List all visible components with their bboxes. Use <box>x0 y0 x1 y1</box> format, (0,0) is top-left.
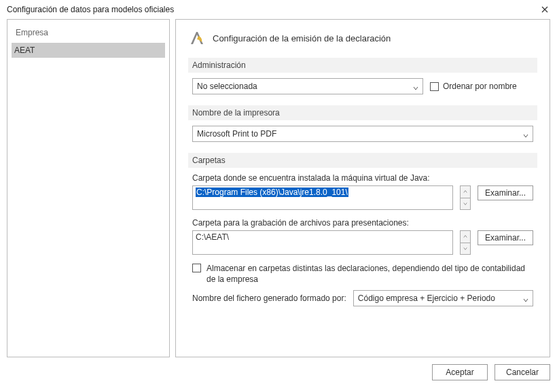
company-list-panel: Empresa AEAT <box>7 19 170 357</box>
java-path-value: C:\Program Files (x86)\Java\jre1.8.0_101… <box>196 188 348 197</box>
java-path-spinner[interactable] <box>460 185 471 210</box>
filename-label: Nombre del fichero generado formado por: <box>192 293 346 303</box>
filename-format-value: Código empresa + Ejercicio + Periodo <box>358 293 495 303</box>
order-by-name-label: Ordenar por nombre <box>443 82 517 91</box>
rec-path-input[interactable]: C:\AEAT\ <box>192 230 453 255</box>
spinner-down-icon[interactable] <box>460 243 471 255</box>
spinner-up-icon[interactable] <box>460 185 471 198</box>
checkbox-box-icon <box>192 264 201 272</box>
admin-select-value: No seleccionada <box>197 82 257 91</box>
rec-path-value: C:\AEAT\ <box>196 232 229 242</box>
java-folder-label: Carpeta donde se encuentra instalada la … <box>188 173 537 185</box>
spinner-down-icon[interactable] <box>460 198 471 211</box>
checkbox-box-icon <box>430 82 439 91</box>
dialog-footer: Aceptar Cancelar <box>0 357 557 387</box>
panel-heading: Configuración de la emisión de la declar… <box>213 33 391 43</box>
java-path-input[interactable]: C:\Program Files (x86)\Java\jre1.8.0_101… <box>192 185 453 210</box>
titlebar: Configuración de datos para modelos ofic… <box>0 0 557 19</box>
chevron-down-icon <box>413 84 418 89</box>
ok-button[interactable]: Aceptar <box>432 364 488 380</box>
group-label-folders: Carpetas <box>188 153 537 168</box>
rec-path-spinner[interactable] <box>460 230 471 255</box>
group-label-admin: Administración <box>188 58 537 73</box>
group-label-printer: Nombre de la impresora <box>188 105 537 120</box>
chevron-down-icon <box>523 131 528 137</box>
filename-format-select[interactable]: Código empresa + Ejercicio + Periodo <box>353 290 533 306</box>
printer-select-value: Microsoft Print to PDF <box>197 129 276 139</box>
company-column-header: Empresa <box>14 26 162 43</box>
rec-folder-label: Carpeta para la grabación de archivos pa… <box>188 218 537 230</box>
order-by-name-checkbox[interactable]: Ordenar por nombre <box>430 82 517 91</box>
admin-select[interactable]: No seleccionada <box>192 78 423 94</box>
java-browse-button[interactable]: Examinar... <box>478 185 533 200</box>
cancel-button[interactable]: Cancelar <box>495 364 550 380</box>
split-folders-checkbox[interactable]: Almacenar en carpetas distintas las decl… <box>188 263 537 290</box>
window-title: Configuración de datos para modelos ofic… <box>7 5 174 14</box>
config-panel: Configuración de la emisión de la declar… <box>175 19 550 357</box>
close-icon[interactable] <box>539 4 550 15</box>
rec-browse-button[interactable]: Examinar... <box>478 230 533 245</box>
company-row-selected[interactable]: AEAT <box>12 43 165 58</box>
printer-select[interactable]: Microsoft Print to PDF <box>192 126 533 142</box>
split-folders-label: Almacenar en carpetas distintas las decl… <box>206 263 533 285</box>
spinner-up-icon[interactable] <box>460 230 471 243</box>
aeat-logo-icon <box>188 29 206 47</box>
chevron-down-icon <box>523 296 528 301</box>
